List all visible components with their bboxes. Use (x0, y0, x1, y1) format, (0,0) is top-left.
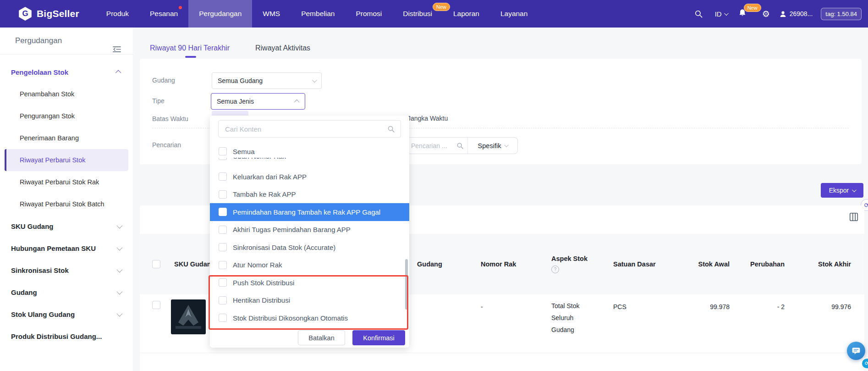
checkbox[interactable] (219, 208, 227, 216)
dropdown-option-push-stok-distribusi[interactable]: Push Stok Distribusi (210, 274, 409, 292)
dropdown-option-tambah-ke-rak[interactable]: Tambah ke Rak APP (210, 186, 409, 204)
search-icon[interactable] (694, 10, 703, 18)
nav-item-distribusi[interactable]: DistribusiNew (392, 0, 443, 28)
sidebar-item-riwayat-perbarui-stok-batch[interactable]: Riwayat Perbarui Stok Batch (0, 193, 133, 215)
notifications-bell[interactable]: New (738, 8, 747, 19)
dropdown-scrollbar[interactable] (405, 259, 408, 310)
nav-item-wms[interactable]: WMS (252, 0, 291, 28)
jangka-waktu-label: Jangka Waktu (407, 115, 448, 122)
sidebar-group-sku-gudang[interactable]: SKU Gudang (0, 215, 133, 237)
checkbox[interactable] (219, 243, 227, 251)
active-tab-underline (185, 56, 196, 58)
sidebar-item-pengurangan-stok[interactable]: Pengurangan Stok (0, 105, 133, 127)
notification-dot (179, 6, 182, 9)
tipe-dropdown-panel: Cari Konten Semua Ubah Nomor Rak Keluark… (210, 116, 409, 348)
dropdown-option-hentikan-distribusi[interactable]: Hentikan Distribusi (210, 292, 409, 310)
gudang-filter-label: Gudang (152, 76, 175, 84)
nav-item-pembelian[interactable]: Pembelian (291, 0, 345, 28)
user-account[interactable]: 26908... (779, 10, 813, 18)
chevron-down-icon (117, 310, 123, 316)
dropdown-option-keluarkan-dari-rak[interactable]: Keluarkan dari Rak APP (210, 168, 409, 186)
nav-item-produk[interactable]: Produk (96, 0, 139, 28)
dropdown-option-pemindahan-gagal[interactable]: Pemindahan Barang Tambah ke Rak APP Gaga… (210, 203, 409, 221)
dropdown-option-semua[interactable]: Semua (210, 143, 409, 160)
product-image (171, 299, 206, 334)
cancel-button[interactable]: Batalkan (298, 330, 345, 345)
sidebar-item-penerimaan-barang[interactable]: Penerimaan Barang (0, 127, 133, 149)
sidebar-group-produk-distribusi-gudang[interactable]: Produk Distribusi Gudang... (0, 325, 133, 347)
search-placeholder: Pencarian ... (411, 142, 454, 150)
dropdown-search-placeholder: Cari Konten (225, 125, 384, 133)
checkbox[interactable] (219, 172, 227, 181)
dropdown-option-list: Keluarkan dari Rak APP Tambah ke Rak APP… (210, 168, 409, 327)
search-icon (387, 125, 395, 133)
chat-bubble-button[interactable] (847, 342, 865, 360)
nav-item-pergudangan[interactable]: Pergudangan (188, 0, 252, 28)
brand-logo[interactable]: G BigSeller (18, 0, 79, 28)
checkbox[interactable] (219, 278, 227, 287)
chevron-down-icon (504, 143, 509, 147)
main-content: Riwayat 90 Hari Terakhir Riwayat Aktivit… (133, 28, 868, 371)
tipe-filter-label: Tipe (152, 97, 165, 105)
col-perubahan: Perubahan (733, 234, 788, 294)
nav-item-layanan[interactable]: Layanan (490, 0, 538, 28)
search-mode-select[interactable]: Spesifik (467, 138, 517, 154)
top-nav: G BigSeller Produk Pesanan Pergudangan W… (0, 0, 868, 28)
tab-riwayat-90-hari[interactable]: Riwayat 90 Hari Terakhir (150, 44, 230, 52)
sidebar-group-hubungan-pemetaan-sku[interactable]: Hubungan Pemetaan SKU (0, 237, 133, 259)
batas-waktu-label: Batas Waktu (152, 115, 188, 123)
nav-item-promosi[interactable]: Promosi (345, 0, 392, 28)
checkbox[interactable] (219, 226, 227, 234)
help-icon[interactable]: ? (551, 266, 559, 273)
dropdown-option-akhiri-tugas[interactable]: Akhiri Tugas Pemindahan Barang APP (210, 221, 409, 239)
search-group: Pencarian ... Spesifik (401, 137, 518, 154)
dropdown-option-sinkronisasi-accurate[interactable]: Sinkronisasi Data Stok (Accurate) (210, 238, 409, 256)
dropdown-search-input[interactable]: Cari Konten (218, 120, 401, 138)
tab-riwayat-aktivitas[interactable]: Riwayat Aktivitas (255, 44, 310, 52)
sidebar-item-penambahan-stok[interactable]: Penambahan Stok (0, 83, 133, 105)
search-input[interactable]: Pencarian ... (402, 138, 467, 154)
nav-item-pesanan[interactable]: Pesanan (139, 0, 188, 28)
dropdown-option-atur-nomor-rak[interactable]: Atur Nomor Rak (210, 256, 409, 274)
chevron-down-icon (852, 188, 857, 192)
sidebar-group-sinkronisasi-stok[interactable]: Sinkronisasi Stok (0, 259, 133, 281)
tipe-select[interactable]: Semua Jenis (211, 93, 305, 110)
export-button[interactable]: Ekspor (821, 183, 863, 198)
dropdown-option-stok-dikosongkan[interactable]: Stok Distribusi Dikosongkan Otomatis (210, 309, 409, 327)
language-selector[interactable]: ID (715, 10, 727, 18)
bell-new-badge: New (744, 4, 761, 12)
checkbox[interactable] (219, 314, 227, 322)
col-satuan-dasar: Satuan Dasar (610, 234, 674, 294)
sidebar-item-riwayat-perbarui-stok[interactable]: Riwayat Perbarui Stok (5, 149, 128, 171)
version-tag: tag: 1.50.84 (821, 8, 862, 20)
sidebar-item-riwayat-perbarui-stok-rak[interactable]: Riwayat Perbarui Stok Rak (0, 171, 133, 193)
cell-nomor-rak: - (477, 294, 545, 336)
gear-icon[interactable]: ⚙ (762, 9, 770, 19)
user-icon (779, 10, 787, 18)
chevron-down-icon (117, 244, 123, 250)
confirm-button[interactable]: Konfirmasi (352, 330, 405, 345)
sidebar-title: Pergudangan (0, 28, 133, 55)
brand-name: BigSeller (37, 8, 79, 19)
column-settings-icon[interactable] (849, 212, 859, 224)
checkbox[interactable] (219, 296, 227, 305)
sidebar-group-gudang[interactable]: Gudang (0, 281, 133, 303)
chevron-up-icon (294, 100, 299, 105)
dropdown-option-clipped[interactable]: Ubah Nomor Rak (210, 158, 409, 162)
checkbox[interactable] (219, 147, 227, 155)
chevron-down-icon (724, 11, 729, 16)
select-all-checkbox[interactable] (152, 260, 160, 268)
sidebar-group-pengelolaan-stok[interactable]: Pengelolaan Stok (0, 61, 133, 83)
sidebar-menu: Pengelolaan Stok Penambahan Stok Pengura… (0, 55, 133, 347)
checkbox[interactable] (219, 261, 227, 269)
checkbox[interactable] (219, 190, 227, 199)
col-aspek-stok: Aspek Stok ? (545, 234, 610, 294)
sidebar-group-stok-ulang-gudang[interactable]: Stok Ulang Gudang (0, 303, 133, 325)
collapse-sidebar-icon[interactable] (113, 37, 121, 64)
col-nomor-rak: Nomor Rak (477, 234, 545, 294)
nav-item-laporan[interactable]: Laporan (443, 0, 490, 28)
chat-icon (852, 346, 861, 355)
gudang-select[interactable]: Semua Gudang (212, 72, 322, 89)
row-checkbox[interactable] (152, 301, 160, 309)
cell-aspek-stok: Total Stok Seluruh Gudang (551, 294, 593, 336)
